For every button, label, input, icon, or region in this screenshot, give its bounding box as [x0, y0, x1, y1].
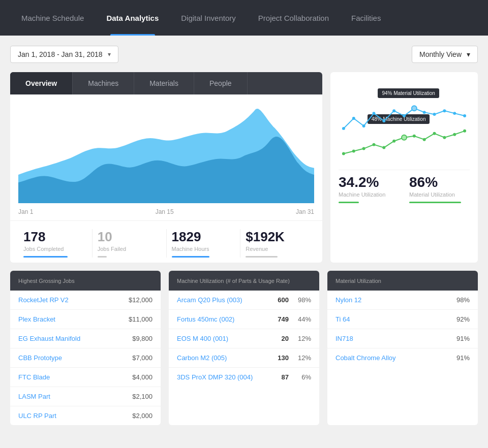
svg-point-12 [463, 114, 466, 117]
svg-point-6 [403, 114, 406, 117]
stat-revenue: $192K Revenue [240, 229, 314, 258]
svg-point-15 [362, 147, 365, 150]
highest-grossing-header: Highest Grossing Jobs [10, 271, 161, 291]
table-row: LASM Part $2,100 [10, 387, 161, 406]
stat-machine-hours: 1829 Machine Hours [167, 229, 241, 258]
svg-point-23 [443, 136, 446, 139]
view-selector[interactable]: Monthly View ▾ [412, 46, 478, 63]
nav-item-data-analytics[interactable]: Data Analytics [95, 0, 170, 36]
utilization-chart: 94% Material Utilization 48% Machine Uti… [339, 80, 470, 162]
chevron-down-icon: ▾ [108, 51, 111, 58]
table-row: Cobalt Chrome Alloy 91% [327, 348, 478, 367]
svg-point-21 [423, 138, 426, 141]
chart-x-labels: Jan 1 Jan 15 Jan 31 [10, 206, 322, 220]
table-row: RocketJet RP V2 $12,000 [10, 291, 161, 310]
chevron-down-icon: ▾ [467, 50, 470, 58]
tab-people[interactable]: People [194, 72, 248, 94]
right-stat-material: 86% Material Utilization [409, 174, 470, 203]
right-stat-bar [339, 202, 359, 203]
table-row: Arcam Q20 Plus (003) 600 98% [169, 291, 319, 310]
analytics-panel: Overview Machines Materials People [10, 72, 322, 263]
dashboard-grid: Overview Machines Materials People [10, 72, 478, 263]
svg-point-3 [372, 112, 375, 115]
nav-item-digital-inventory[interactable]: Digital Inventory [170, 0, 247, 36]
svg-point-4 [382, 119, 385, 122]
table-row: FTC Blade $4,000 [10, 368, 161, 387]
nav-item-project-collaboration[interactable]: Project Collaboration [247, 0, 340, 36]
svg-point-16 [372, 143, 375, 146]
nav-item-facilities[interactable]: Facilities [340, 0, 392, 36]
nav-bar: Machine Schedule Data Analytics Digital … [0, 0, 488, 36]
svg-point-5 [392, 109, 395, 112]
bottom-grid: Highest Grossing Jobs RocketJet RP V2 $1… [10, 271, 478, 425]
highest-grossing-table: Highest Grossing Jobs RocketJet RP V2 $1… [10, 271, 161, 425]
top-controls: Jan 1, 2018 - Jan 31, 2018 ▾ Monthly Vie… [10, 46, 478, 63]
material-utilization-header: Material Utilization [327, 271, 478, 291]
svg-point-22 [433, 132, 436, 135]
svg-point-10 [443, 109, 446, 112]
svg-point-13 [342, 152, 345, 155]
svg-point-8 [423, 111, 426, 114]
table-row: IN718 91% [327, 329, 478, 348]
svg-point-11 [453, 112, 456, 115]
table-row: CBB Prototype $7,000 [10, 348, 161, 368]
svg-point-25 [463, 130, 466, 133]
analytics-tabs: Overview Machines Materials People [10, 72, 322, 94]
table-row: ULC RP Part $2,000 [10, 406, 161, 425]
svg-point-17 [382, 146, 385, 149]
tab-materials[interactable]: Materials [134, 72, 194, 94]
stat-bar [23, 256, 68, 258]
svg-point-7 [412, 106, 417, 111]
nav-item-machine-schedule[interactable]: Machine Schedule [10, 0, 95, 36]
svg-point-19 [402, 135, 407, 140]
right-panel: 94% Material Utilization 48% Machine Uti… [330, 72, 478, 263]
table-row: 3DS ProX DMP 320 (004) 87 6% [169, 368, 319, 387]
svg-point-1 [352, 117, 355, 120]
stat-bar [98, 256, 107, 258]
main-content: Jan 1, 2018 - Jan 31, 2018 ▾ Monthly Vie… [0, 36, 488, 448]
table-row: Nylon 12 98% [327, 291, 478, 310]
svg-point-14 [352, 150, 355, 153]
table-row: EG Exhaust Manifold $9,800 [10, 329, 161, 348]
table-row: Carbon M2 (005) 130 12% [169, 348, 319, 368]
machine-utilization-header: Machine Utilization (# of Parts & Usage … [169, 271, 319, 291]
stats-row: 178 Jobs Completed 10 Jobs Failed 1829 M… [10, 220, 322, 263]
machine-utilization-table: Machine Utilization (# of Parts & Usage … [169, 271, 319, 425]
tab-overview[interactable]: Overview [10, 72, 73, 94]
table-row: EOS M 400 (001) 20 12% [169, 329, 319, 348]
tab-machines[interactable]: Machines [73, 72, 134, 94]
stat-bar [246, 256, 277, 258]
svg-point-9 [433, 113, 436, 116]
svg-point-18 [392, 140, 395, 143]
svg-point-20 [413, 135, 416, 138]
stat-bar [172, 256, 210, 258]
stat-jobs-completed: 178 Jobs Completed [18, 229, 93, 258]
main-chart [10, 94, 322, 206]
right-stat-bar [409, 202, 461, 203]
date-range-picker[interactable]: Jan 1, 2018 - Jan 31, 2018 ▾ [10, 46, 118, 63]
right-stats: 34.2% Machine Utilization 86% Material U… [339, 170, 470, 203]
table-row: Plex Bracket $11,000 [10, 310, 161, 329]
material-utilization-table: Material Utilization Nylon 12 98% Ti 64 … [327, 271, 478, 425]
table-row: Ti 64 92% [327, 310, 478, 329]
stat-jobs-failed: 10 Jobs Failed [93, 229, 167, 258]
right-stat-machine: 34.2% Machine Utilization [339, 174, 399, 203]
table-row: Fortus 450mc (002) 749 44% [169, 310, 319, 329]
svg-point-2 [362, 124, 365, 127]
svg-point-0 [342, 127, 345, 130]
svg-point-24 [453, 133, 456, 136]
